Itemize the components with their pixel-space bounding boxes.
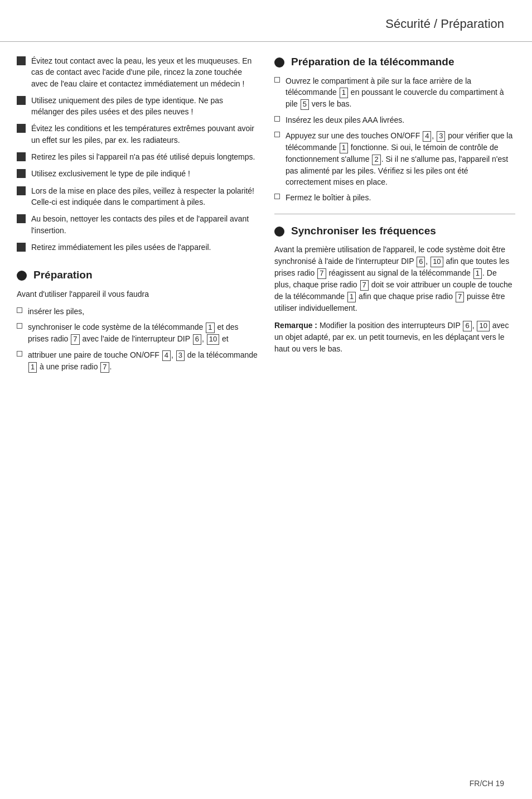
boxed-number: 3 <box>437 131 445 142</box>
sync-title: Synchroniser les fréquences <box>291 224 436 238</box>
list-item: insérer les piles, <box>17 306 258 317</box>
list-item-text: Évitez tout contact avec la peau, les ye… <box>31 55 258 89</box>
telecommande-bullet-icon <box>274 57 284 68</box>
boxed-number: 5 <box>301 99 309 110</box>
list-item: Appuyez sur une des touches ON/OFF 4, 3 … <box>274 130 515 187</box>
boxed-number: 1 <box>340 143 348 153</box>
sync-body-text: Avant la première utilisation de l'appar… <box>274 244 515 314</box>
list-item-text: synchroniser le code système de la téléc… <box>28 321 258 345</box>
list-item-text: Fermez le boîtier à piles. <box>286 192 371 203</box>
boxed-number: 1 <box>347 292 356 302</box>
boxed-number: 6 <box>193 334 201 345</box>
list-item-text: Utilisez uniquement des piles de type id… <box>31 95 258 118</box>
list-item: Évitez tout contact avec la peau, les ye… <box>17 55 258 89</box>
square-bullet-icon <box>17 96 26 105</box>
page-header: Sécurité / Préparation <box>0 17 532 42</box>
page: Sécurité / Préparation Évitez tout conta… <box>0 0 532 799</box>
list-item-text: Ouvrez le compartiment à pile sur la fac… <box>286 75 515 110</box>
preparation-sub-list: insérer les piles,synchroniser le code s… <box>17 306 258 373</box>
square-bullet-icon <box>17 214 26 223</box>
boxed-number: 10 <box>431 257 443 267</box>
list-item: Fermez le boîtier à piles. <box>274 192 515 203</box>
sq-bullet-icon <box>274 116 280 122</box>
boxed-number: 1 <box>473 268 482 279</box>
list-item-text: Au besoin, nettoyer les contacts des pil… <box>31 213 258 236</box>
telecommande-section-heading: Préparation de la télécommande <box>274 55 515 69</box>
list-item: Utilisez uniquement des piles de type id… <box>17 95 258 118</box>
sq-bullet-icon <box>274 77 280 83</box>
right-column: Préparation de la télécommande Ouvrez le… <box>274 55 515 378</box>
list-item-text: Appuyez sur une des touches ON/OFF 4, 3 … <box>286 130 515 187</box>
list-item-text: attribuer une paire de touche ON/OFF 4, … <box>28 349 258 373</box>
square-bullet-icon <box>17 186 26 195</box>
main-content: Évitez tout contact avec la peau, les ye… <box>0 55 532 378</box>
boxed-number: 7 <box>456 292 464 302</box>
sync-bullet-icon <box>274 227 284 237</box>
preparation-section-heading: Préparation <box>17 268 258 282</box>
boxed-number: 6 <box>463 321 471 331</box>
preparation-bullet-icon <box>17 271 27 281</box>
square-bullet-icon <box>17 169 26 178</box>
list-item-text: Utilisez exclusivement le type de pile i… <box>31 168 190 179</box>
sync-section-heading: Synchroniser les fréquences <box>274 224 515 238</box>
list-item: Évitez les conditions et les température… <box>17 123 258 146</box>
list-item: attribuer une paire de touche ON/OFF 4, … <box>17 349 258 373</box>
left-column: Évitez tout contact avec la peau, les ye… <box>17 55 258 378</box>
boxed-number: 4 <box>423 131 431 142</box>
list-item: Ouvrez le compartiment à pile sur la fac… <box>274 75 515 110</box>
boxed-number: 1 <box>340 88 348 98</box>
boxed-number: 6 <box>417 257 425 267</box>
note-label: Remarque : <box>274 321 317 330</box>
list-item: Lors de la mise en place des piles, veil… <box>17 185 258 208</box>
page-footer: FR/CH 19 <box>470 779 504 788</box>
boxed-number: 7 <box>100 362 109 373</box>
list-item: Utilisez exclusivement le type de pile i… <box>17 168 258 179</box>
boxed-number: 1 <box>206 323 214 333</box>
boxed-number: 10 <box>477 321 489 331</box>
footer-text: FR/CH 19 <box>470 779 504 788</box>
boxed-number: 7 <box>71 334 79 345</box>
list-item: synchroniser le code système de la téléc… <box>17 321 258 345</box>
boxed-number: 2 <box>372 155 380 165</box>
boxed-number: 7 <box>360 280 369 291</box>
preparation-intro-text: Avant d'utiliser l'appareil il vous faud… <box>17 288 258 300</box>
list-item-text: Évitez les conditions et les température… <box>31 123 258 146</box>
list-item-text: Lors de la mise en place des piles, veil… <box>31 185 258 208</box>
list-item: Retirez immédiatement les piles usées de… <box>17 242 258 253</box>
telecommande-title: Préparation de la télécommande <box>291 55 454 69</box>
boxed-number: 7 <box>317 268 326 279</box>
square-bullet-icon <box>17 243 26 252</box>
list-item-text: insérer les piles, <box>28 306 84 317</box>
telecommande-sub-list: Ouvrez le compartiment à pile sur la fac… <box>274 75 515 204</box>
page-title: Sécurité / Préparation <box>385 17 504 31</box>
square-bullet-icon <box>17 124 26 133</box>
list-item: Retirez les piles si l'appareil n'a pas … <box>17 151 258 162</box>
preparation-title: Préparation <box>33 268 93 282</box>
sq-bullet-icon <box>17 351 22 357</box>
square-bullet-icon <box>17 152 26 161</box>
safety-bullet-list: Évitez tout contact avec la peau, les ye… <box>17 55 258 253</box>
boxed-number: 3 <box>176 350 185 361</box>
section-divider <box>274 214 515 214</box>
boxed-number: 10 <box>207 334 219 345</box>
sq-bullet-icon <box>17 307 22 313</box>
note-text: Remarque : Modifier la position des inte… <box>274 320 515 355</box>
list-item: Au besoin, nettoyer les contacts des pil… <box>17 213 258 236</box>
list-item-text: Insérez les deux piles AAA livrées. <box>286 114 404 126</box>
boxed-number: 1 <box>28 362 37 373</box>
list-item-text: Retirez immédiatement les piles usées de… <box>31 242 211 253</box>
list-item: Insérez les deux piles AAA livrées. <box>274 114 515 126</box>
list-item-text: Retirez les piles si l'appareil n'a pas … <box>31 151 255 162</box>
sq-bullet-icon <box>274 132 280 137</box>
sq-bullet-icon <box>17 323 22 329</box>
boxed-number: 4 <box>162 350 171 361</box>
square-bullet-icon <box>17 56 26 65</box>
sq-bullet-icon <box>274 194 280 199</box>
